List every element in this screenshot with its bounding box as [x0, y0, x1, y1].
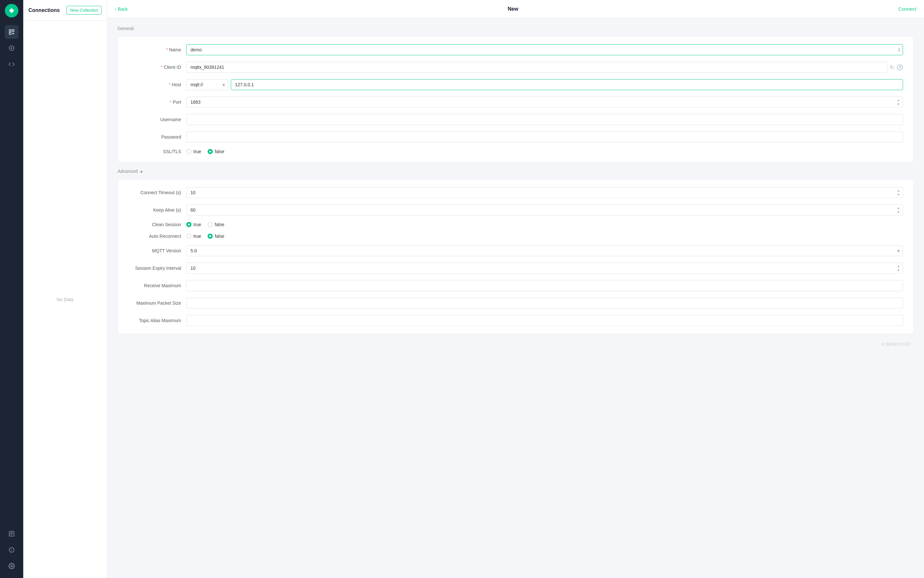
- host-protocol-select[interactable]: mqtt:// mqtts:// ws:// wss://: [186, 79, 228, 90]
- name-label: Name: [128, 47, 186, 52]
- username-input[interactable]: [186, 114, 903, 125]
- auto-reconnect-radio-group: true false: [186, 234, 224, 239]
- clean-session-false-option[interactable]: false: [207, 222, 224, 227]
- topic-alias-input[interactable]: [186, 315, 903, 326]
- collapse-icon[interactable]: ▲: [139, 169, 143, 174]
- watermark: 向 陌陌金技术社区: [118, 341, 914, 348]
- session-expiry-label: Session Expiry Interval: [128, 266, 186, 271]
- ssl-false-label: false: [215, 149, 224, 154]
- host-inputs: mqtt:// mqtts:// ws:// wss://: [186, 79, 903, 90]
- clean-session-row: Clean Session true false: [128, 222, 903, 227]
- clean-session-false-radio[interactable]: [207, 222, 213, 227]
- ssl-true-option[interactable]: true: [186, 149, 201, 154]
- no-data-label: No Data: [23, 21, 107, 578]
- page-title: New: [128, 6, 898, 12]
- port-input[interactable]: [186, 97, 903, 107]
- clean-session-true-option[interactable]: true: [186, 222, 201, 227]
- keep-alive-decrement[interactable]: ▼: [896, 210, 900, 214]
- new-collection-button[interactable]: New Collection: [66, 6, 102, 15]
- form-area: General Name ℹ Client ID ↻ 🕐: [107, 18, 924, 578]
- svg-point-7: [11, 565, 13, 567]
- port-spinner-wrapper: ▲ ▼: [186, 97, 903, 107]
- host-input[interactable]: [231, 79, 903, 90]
- keep-alive-wrapper: ▲ ▼: [186, 205, 903, 216]
- mqtt-version-label: MQTT Version: [128, 248, 186, 253]
- session-expiry-spinner: ▲ ▼: [896, 264, 900, 272]
- general-card: Name ℹ Client ID ↻ 🕐 Host: [118, 36, 914, 162]
- host-protocol-wrapper: mqtt:// mqtts:// ws:// wss://: [186, 79, 228, 90]
- keep-alive-increment[interactable]: ▲: [896, 206, 900, 210]
- auto-reconnect-true-radio[interactable]: [186, 234, 191, 239]
- session-expiry-input[interactable]: [186, 263, 903, 274]
- connect-button[interactable]: Connect: [898, 6, 916, 11]
- refresh-icon[interactable]: ↻: [890, 64, 894, 70]
- connect-timeout-input[interactable]: [186, 187, 903, 198]
- connect-timeout-decrement[interactable]: ▼: [896, 193, 900, 197]
- session-expiry-decrement[interactable]: ▼: [896, 268, 900, 272]
- svg-point-0: [11, 10, 13, 11]
- session-expiry-wrapper: ▲ ▼: [186, 263, 903, 274]
- keep-alive-label: Keep Alive (s): [128, 208, 186, 213]
- auto-reconnect-false-option[interactable]: false: [207, 234, 224, 239]
- receive-maximum-label: Receive Maximum: [128, 283, 186, 288]
- session-expiry-increment[interactable]: ▲: [896, 264, 900, 268]
- port-increment[interactable]: ▲: [896, 98, 900, 102]
- add-icon: [8, 45, 15, 51]
- port-spinner-btns: ▲ ▼: [896, 98, 900, 106]
- info-icon-name[interactable]: ℹ: [898, 47, 900, 52]
- ssl-true-radio[interactable]: [186, 149, 191, 154]
- auto-reconnect-row: Auto Reconnect true false: [128, 234, 903, 239]
- sidebar-item-info[interactable]: [5, 543, 18, 557]
- clean-session-radio-group: true false: [186, 222, 224, 227]
- sidebar-item-log[interactable]: [5, 527, 18, 541]
- name-input[interactable]: [186, 44, 903, 55]
- advanced-section-title: Advanced: [118, 169, 138, 174]
- connect-timeout-spinner: ▲ ▼: [896, 189, 900, 197]
- connect-timeout-label: Connect Timeout (s): [128, 190, 186, 195]
- password-input[interactable]: [186, 132, 903, 143]
- sidebar-item-script[interactable]: [5, 57, 18, 71]
- logo-icon: [8, 7, 16, 15]
- port-decrement[interactable]: ▼: [896, 102, 900, 106]
- connections-icon: [8, 29, 15, 35]
- connect-timeout-increment[interactable]: ▲: [896, 189, 900, 193]
- back-label: Back: [118, 6, 128, 11]
- keep-alive-input[interactable]: [186, 205, 903, 216]
- topic-alias-label: Topic Alias Maximum: [128, 318, 186, 323]
- ssl-tls-radio-group: true false: [186, 149, 224, 154]
- ssl-false-radio[interactable]: [207, 149, 213, 154]
- sidebar-item-settings[interactable]: [5, 559, 18, 573]
- username-label: Username: [128, 117, 186, 122]
- left-panel-header: Connections New Collection: [23, 0, 107, 21]
- clock-icon[interactable]: 🕐: [896, 64, 903, 70]
- maximum-packet-input[interactable]: [186, 297, 903, 308]
- app-logo[interactable]: [5, 4, 18, 18]
- port-label: Port: [128, 99, 186, 105]
- mqtt-version-row: MQTT Version 3.1 3.1.1 5.0: [128, 245, 903, 256]
- client-id-input[interactable]: [186, 62, 887, 73]
- auto-reconnect-true-option[interactable]: true: [186, 234, 201, 239]
- receive-maximum-row: Receive Maximum: [128, 280, 903, 291]
- advanced-card: Connect Timeout (s) ▲ ▼ Keep Alive (s) ▲: [118, 179, 914, 334]
- mqtt-version-select[interactable]: 3.1 3.1.1 5.0: [186, 245, 903, 256]
- port-row: Port ▲ ▼: [128, 97, 903, 107]
- clean-session-false-label: false: [215, 222, 224, 227]
- auto-reconnect-false-label: false: [215, 234, 224, 239]
- back-button[interactable]: ‹ Back: [115, 6, 128, 11]
- password-label: Password: [128, 135, 186, 140]
- sidebar-item-add[interactable]: [5, 41, 18, 55]
- info-icon: [8, 547, 15, 553]
- name-input-wrapper: ℹ: [186, 44, 903, 55]
- mqtt-version-select-wrapper: 3.1 3.1.1 5.0: [186, 245, 903, 256]
- sidebar-item-connections[interactable]: [5, 25, 18, 39]
- auto-reconnect-false-radio[interactable]: [207, 234, 213, 239]
- receive-maximum-input[interactable]: [186, 280, 903, 291]
- clean-session-label: Clean Session: [128, 222, 186, 227]
- username-row: Username: [128, 114, 903, 125]
- connect-timeout-row: Connect Timeout (s) ▲ ▼: [128, 187, 903, 198]
- left-panel: Connections New Collection No Data: [23, 0, 107, 578]
- client-id-label: Client ID: [128, 65, 186, 70]
- ssl-false-option[interactable]: false: [207, 149, 224, 154]
- clean-session-true-radio[interactable]: [186, 222, 191, 227]
- host-label: Host: [128, 82, 186, 87]
